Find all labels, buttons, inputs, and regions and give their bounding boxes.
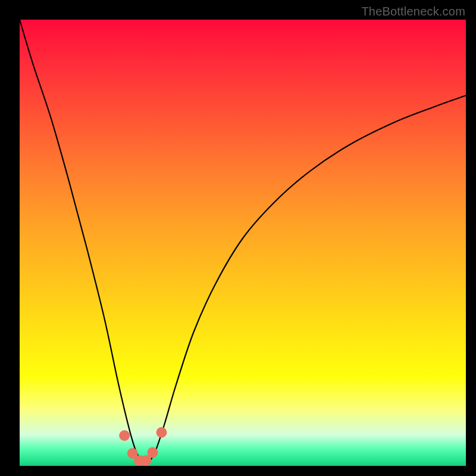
chart-frame: TheBottleneck.com	[0, 0, 476, 476]
curve-marker	[156, 427, 167, 438]
curve-layer	[20, 20, 466, 466]
curve-marker	[148, 447, 158, 458]
bottleneck-curve	[20, 20, 466, 463]
watermark-label: TheBottleneck.com	[361, 5, 465, 18]
plot-area	[20, 20, 466, 466]
curve-marker	[119, 430, 130, 441]
curve-markers	[119, 427, 167, 466]
